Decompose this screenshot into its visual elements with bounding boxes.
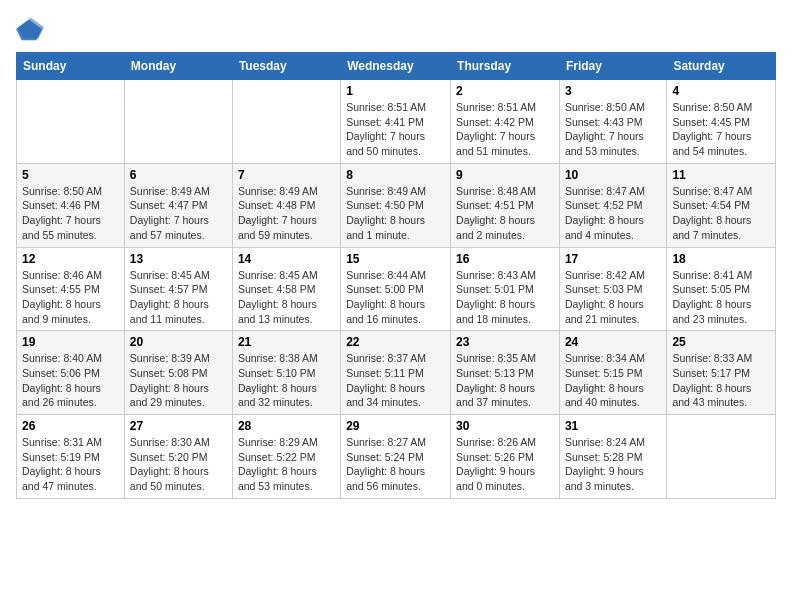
- day-info: Sunrise: 8:30 AMSunset: 5:20 PMDaylight:…: [130, 435, 227, 494]
- day-info: Sunrise: 8:51 AMSunset: 4:42 PMDaylight:…: [456, 100, 554, 159]
- day-info: Sunrise: 8:38 AMSunset: 5:10 PMDaylight:…: [238, 351, 335, 410]
- day-number: 8: [346, 168, 445, 182]
- day-number: 7: [238, 168, 335, 182]
- calendar-cell: 22Sunrise: 8:37 AMSunset: 5:11 PMDayligh…: [341, 331, 451, 415]
- day-info: Sunrise: 8:31 AMSunset: 5:19 PMDaylight:…: [22, 435, 119, 494]
- day-number: 15: [346, 252, 445, 266]
- calendar-cell: 17Sunrise: 8:42 AMSunset: 5:03 PMDayligh…: [559, 247, 666, 331]
- day-number: 23: [456, 335, 554, 349]
- day-info: Sunrise: 8:50 AMSunset: 4:45 PMDaylight:…: [672, 100, 770, 159]
- day-info: Sunrise: 8:41 AMSunset: 5:05 PMDaylight:…: [672, 268, 770, 327]
- day-number: 12: [22, 252, 119, 266]
- day-info: Sunrise: 8:35 AMSunset: 5:13 PMDaylight:…: [456, 351, 554, 410]
- day-info: Sunrise: 8:43 AMSunset: 5:01 PMDaylight:…: [456, 268, 554, 327]
- calendar-cell: 27Sunrise: 8:30 AMSunset: 5:20 PMDayligh…: [124, 415, 232, 499]
- calendar-cell: 29Sunrise: 8:27 AMSunset: 5:24 PMDayligh…: [341, 415, 451, 499]
- day-number: 9: [456, 168, 554, 182]
- calendar-cell: [124, 80, 232, 164]
- day-info: Sunrise: 8:47 AMSunset: 4:54 PMDaylight:…: [672, 184, 770, 243]
- calendar-cell: 11Sunrise: 8:47 AMSunset: 4:54 PMDayligh…: [667, 163, 776, 247]
- calendar-week-row: 12Sunrise: 8:46 AMSunset: 4:55 PMDayligh…: [17, 247, 776, 331]
- calendar-cell: 3Sunrise: 8:50 AMSunset: 4:43 PMDaylight…: [559, 80, 666, 164]
- day-number: 31: [565, 419, 661, 433]
- calendar-cell: 1Sunrise: 8:51 AMSunset: 4:41 PMDaylight…: [341, 80, 451, 164]
- day-info: Sunrise: 8:37 AMSunset: 5:11 PMDaylight:…: [346, 351, 445, 410]
- day-number: 13: [130, 252, 227, 266]
- page-header: [16, 16, 776, 44]
- calendar-cell: 31Sunrise: 8:24 AMSunset: 5:28 PMDayligh…: [559, 415, 666, 499]
- day-number: 19: [22, 335, 119, 349]
- day-number: 22: [346, 335, 445, 349]
- day-info: Sunrise: 8:27 AMSunset: 5:24 PMDaylight:…: [346, 435, 445, 494]
- day-number: 16: [456, 252, 554, 266]
- logo: [16, 16, 48, 44]
- calendar-cell: 15Sunrise: 8:44 AMSunset: 5:00 PMDayligh…: [341, 247, 451, 331]
- day-of-week-header: Sunday: [17, 53, 125, 80]
- calendar-cell: 24Sunrise: 8:34 AMSunset: 5:15 PMDayligh…: [559, 331, 666, 415]
- day-info: Sunrise: 8:44 AMSunset: 5:00 PMDaylight:…: [346, 268, 445, 327]
- day-info: Sunrise: 8:50 AMSunset: 4:43 PMDaylight:…: [565, 100, 661, 159]
- calendar-cell: 12Sunrise: 8:46 AMSunset: 4:55 PMDayligh…: [17, 247, 125, 331]
- day-number: 14: [238, 252, 335, 266]
- calendar-cell: 5Sunrise: 8:50 AMSunset: 4:46 PMDaylight…: [17, 163, 125, 247]
- day-number: 18: [672, 252, 770, 266]
- day-info: Sunrise: 8:50 AMSunset: 4:46 PMDaylight:…: [22, 184, 119, 243]
- logo-icon: [16, 16, 44, 44]
- calendar-cell: 16Sunrise: 8:43 AMSunset: 5:01 PMDayligh…: [451, 247, 560, 331]
- calendar-week-row: 19Sunrise: 8:40 AMSunset: 5:06 PMDayligh…: [17, 331, 776, 415]
- day-number: 6: [130, 168, 227, 182]
- day-number: 3: [565, 84, 661, 98]
- calendar-header-row: SundayMondayTuesdayWednesdayThursdayFrid…: [17, 53, 776, 80]
- calendar-cell: 28Sunrise: 8:29 AMSunset: 5:22 PMDayligh…: [232, 415, 340, 499]
- day-number: 11: [672, 168, 770, 182]
- day-number: 2: [456, 84, 554, 98]
- day-info: Sunrise: 8:26 AMSunset: 5:26 PMDaylight:…: [456, 435, 554, 494]
- calendar-table: SundayMondayTuesdayWednesdayThursdayFrid…: [16, 52, 776, 499]
- day-number: 21: [238, 335, 335, 349]
- day-info: Sunrise: 8:29 AMSunset: 5:22 PMDaylight:…: [238, 435, 335, 494]
- calendar-cell: 6Sunrise: 8:49 AMSunset: 4:47 PMDaylight…: [124, 163, 232, 247]
- day-info: Sunrise: 8:33 AMSunset: 5:17 PMDaylight:…: [672, 351, 770, 410]
- calendar-cell: [17, 80, 125, 164]
- day-info: Sunrise: 8:48 AMSunset: 4:51 PMDaylight:…: [456, 184, 554, 243]
- calendar-week-row: 26Sunrise: 8:31 AMSunset: 5:19 PMDayligh…: [17, 415, 776, 499]
- calendar-cell: 9Sunrise: 8:48 AMSunset: 4:51 PMDaylight…: [451, 163, 560, 247]
- day-number: 20: [130, 335, 227, 349]
- day-number: 29: [346, 419, 445, 433]
- day-of-week-header: Monday: [124, 53, 232, 80]
- day-info: Sunrise: 8:49 AMSunset: 4:50 PMDaylight:…: [346, 184, 445, 243]
- calendar-cell: 10Sunrise: 8:47 AMSunset: 4:52 PMDayligh…: [559, 163, 666, 247]
- day-number: 26: [22, 419, 119, 433]
- calendar-cell: 23Sunrise: 8:35 AMSunset: 5:13 PMDayligh…: [451, 331, 560, 415]
- day-of-week-header: Saturday: [667, 53, 776, 80]
- day-number: 10: [565, 168, 661, 182]
- day-info: Sunrise: 8:24 AMSunset: 5:28 PMDaylight:…: [565, 435, 661, 494]
- day-number: 24: [565, 335, 661, 349]
- day-number: 5: [22, 168, 119, 182]
- calendar-cell: [667, 415, 776, 499]
- calendar-cell: 19Sunrise: 8:40 AMSunset: 5:06 PMDayligh…: [17, 331, 125, 415]
- calendar-cell: 30Sunrise: 8:26 AMSunset: 5:26 PMDayligh…: [451, 415, 560, 499]
- calendar-cell: 14Sunrise: 8:45 AMSunset: 4:58 PMDayligh…: [232, 247, 340, 331]
- calendar-week-row: 1Sunrise: 8:51 AMSunset: 4:41 PMDaylight…: [17, 80, 776, 164]
- day-info: Sunrise: 8:49 AMSunset: 4:47 PMDaylight:…: [130, 184, 227, 243]
- calendar-cell: 18Sunrise: 8:41 AMSunset: 5:05 PMDayligh…: [667, 247, 776, 331]
- day-info: Sunrise: 8:39 AMSunset: 5:08 PMDaylight:…: [130, 351, 227, 410]
- day-number: 1: [346, 84, 445, 98]
- day-of-week-header: Wednesday: [341, 53, 451, 80]
- day-of-week-header: Thursday: [451, 53, 560, 80]
- calendar-cell: 26Sunrise: 8:31 AMSunset: 5:19 PMDayligh…: [17, 415, 125, 499]
- day-info: Sunrise: 8:42 AMSunset: 5:03 PMDaylight:…: [565, 268, 661, 327]
- day-number: 30: [456, 419, 554, 433]
- calendar-cell: 7Sunrise: 8:49 AMSunset: 4:48 PMDaylight…: [232, 163, 340, 247]
- calendar-cell: [232, 80, 340, 164]
- day-info: Sunrise: 8:46 AMSunset: 4:55 PMDaylight:…: [22, 268, 119, 327]
- day-number: 4: [672, 84, 770, 98]
- day-info: Sunrise: 8:40 AMSunset: 5:06 PMDaylight:…: [22, 351, 119, 410]
- day-of-week-header: Friday: [559, 53, 666, 80]
- day-info: Sunrise: 8:47 AMSunset: 4:52 PMDaylight:…: [565, 184, 661, 243]
- day-info: Sunrise: 8:45 AMSunset: 4:57 PMDaylight:…: [130, 268, 227, 327]
- day-info: Sunrise: 8:45 AMSunset: 4:58 PMDaylight:…: [238, 268, 335, 327]
- day-number: 17: [565, 252, 661, 266]
- calendar-cell: 4Sunrise: 8:50 AMSunset: 4:45 PMDaylight…: [667, 80, 776, 164]
